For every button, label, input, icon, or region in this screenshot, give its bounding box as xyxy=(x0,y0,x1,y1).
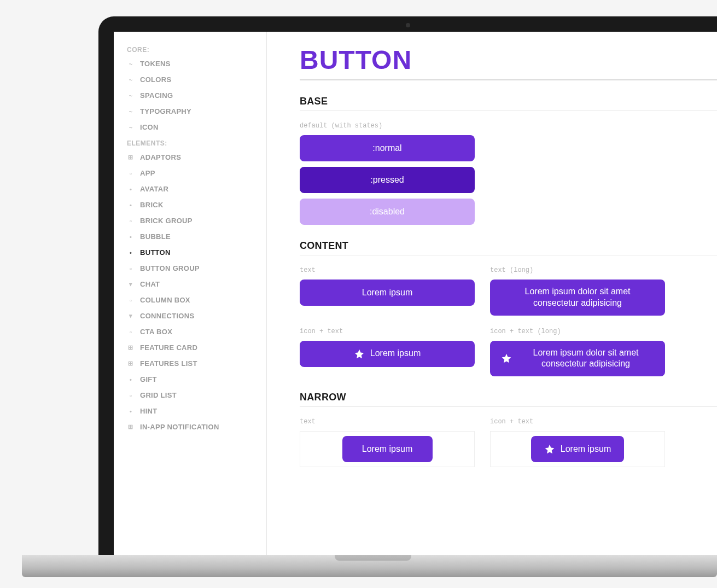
button-text-long[interactable]: Lorem ipsum dolor sit amet consectetur a… xyxy=(490,280,665,316)
dot-icon: • xyxy=(127,408,135,415)
button-narrow-text[interactable]: Lorem ipsum xyxy=(342,436,433,462)
tilde-icon: ~ xyxy=(127,92,135,99)
sidebar-item-label: COLUMN BOX xyxy=(140,296,190,304)
sidebar-item-avatar[interactable]: • AVATAR xyxy=(114,181,266,197)
button-pressed[interactable]: :pressed xyxy=(300,167,475,193)
narrow-wrapper: Lorem ipsum xyxy=(490,431,665,467)
sidebar-item-label: BUTTON GROUP xyxy=(140,264,200,272)
tilde-icon: ~ xyxy=(127,77,135,83)
tilde-icon: ~ xyxy=(127,61,135,67)
tilde-icon: ~ xyxy=(127,124,135,131)
button-label: Lorem ipsum xyxy=(362,444,412,455)
divider xyxy=(300,406,717,407)
sidebar-item-gift[interactable]: • GIFT xyxy=(114,371,266,387)
tilde-icon: ~ xyxy=(127,108,135,115)
dot-icon: • xyxy=(127,249,135,256)
button-icon-text[interactable]: Lorem ipsum xyxy=(300,341,475,367)
variant-narrow-icon-text: icon + text Lorem ipsum xyxy=(490,418,665,467)
section-title-narrow: NARROW xyxy=(300,392,717,403)
sidebar-item-label: BUBBLE xyxy=(140,232,171,241)
sidebar-item-cta-box[interactable]: ▫ CTA BOX xyxy=(114,324,266,340)
dot-icon: • xyxy=(127,376,135,383)
button-label: Lorem ipsum dolor sit amet consectetur a… xyxy=(501,286,654,309)
sidebar-item-hint[interactable]: • HINT xyxy=(114,403,266,419)
tree-icon: ⊞ xyxy=(127,423,135,430)
section-title-content: CONTENT xyxy=(300,240,717,252)
narrow-wrapper: Lorem ipsum xyxy=(300,431,475,467)
sidebar-item-button-group[interactable]: ▫ BUTTON GROUP xyxy=(114,260,266,276)
variant-label: text xyxy=(300,418,475,426)
tree-icon: ⊞ xyxy=(127,154,135,161)
variant-label: default (with states) xyxy=(300,122,475,130)
sidebar-item-label: CONNECTIONS xyxy=(140,312,194,320)
sidebar-item-label: CTA BOX xyxy=(140,328,172,336)
sidebar-item-brick-group[interactable]: ▫ BRICK GROUP xyxy=(114,213,266,229)
button-text[interactable]: Lorem ipsum xyxy=(300,280,475,306)
variant-icon-text-long: icon + text (long) Lorem ipsum dolor sit… xyxy=(490,328,665,377)
sidebar-item-app[interactable]: ▫ APP xyxy=(114,165,266,181)
sidebar-item-connections[interactable]: ▾ CONNECTIONS xyxy=(114,308,266,324)
sidebar-item-button[interactable]: • BUTTON xyxy=(114,244,266,260)
caret-down-icon: ▾ xyxy=(127,281,135,288)
variant-label: text xyxy=(300,266,475,274)
button-normal[interactable]: :normal xyxy=(300,135,475,161)
laptop-frame: CORE: ~ TOKENS ~ COLORS ~ SPACING ~ TYPO… xyxy=(98,16,717,555)
sidebar-item-grid-list[interactable]: ▫ GRID LIST xyxy=(114,387,266,403)
sidebar-item-column-box[interactable]: ▫ COLUMN BOX xyxy=(114,292,266,308)
box-icon: ▫ xyxy=(127,170,135,177)
button-label: :pressed xyxy=(370,174,404,186)
sidebar-item-brick[interactable]: • BRICK xyxy=(114,197,266,213)
sidebar-item-label: HINT xyxy=(140,407,158,415)
divider xyxy=(300,255,717,255)
divider xyxy=(300,110,717,111)
box-icon: ▫ xyxy=(127,297,135,304)
sidebar-item-features-list[interactable]: ⊞ FEATURES LIST xyxy=(114,356,266,371)
dot-icon: • xyxy=(127,186,135,193)
sidebar-item-label: APP xyxy=(140,169,155,177)
sidebar-item-typography[interactable]: ~ TYPOGRAPHY xyxy=(114,103,266,119)
dot-icon: • xyxy=(127,202,135,208)
button-label: Lorem ipsum xyxy=(561,444,611,455)
laptop-base xyxy=(22,555,717,577)
variant-label: icon + text xyxy=(300,328,475,335)
sidebar-item-chat[interactable]: ▾ CHAT xyxy=(114,276,266,292)
sidebar-item-label: BUTTON xyxy=(140,248,171,257)
sidebar-item-colors[interactable]: ~ COLORS xyxy=(114,72,266,88)
sidebar-item-label: BRICK xyxy=(140,201,164,209)
variant-label: text (long) xyxy=(490,266,665,274)
sidebar-item-icon[interactable]: ~ ICON xyxy=(114,119,266,135)
button-narrow-icon-text[interactable]: Lorem ipsum xyxy=(531,436,624,462)
box-icon: ▫ xyxy=(127,392,135,399)
button-label: :disabled xyxy=(370,206,405,218)
sidebar-item-in-app-notification[interactable]: ⊞ IN-APP NOTIFICATION xyxy=(114,419,266,435)
sidebar: CORE: ~ TOKENS ~ COLORS ~ SPACING ~ TYPO… xyxy=(114,32,267,555)
sidebar-item-label: CHAT xyxy=(140,280,160,288)
sidebar-item-label: FEATURES LIST xyxy=(140,359,197,368)
sidebar-item-adaptors[interactable]: ⊞ ADAPTORS xyxy=(114,149,266,165)
sidebar-item-label: TYPOGRAPHY xyxy=(140,107,191,115)
sidebar-item-label: ADAPTORS xyxy=(140,153,181,161)
star-icon xyxy=(354,348,365,359)
sidebar-item-tokens[interactable]: ~ TOKENS xyxy=(114,56,266,72)
variant-label: icon + text xyxy=(490,418,665,426)
sidebar-item-spacing[interactable]: ~ SPACING xyxy=(114,88,266,103)
section-title-base: BASE xyxy=(300,96,717,107)
sidebar-item-label: AVATAR xyxy=(140,185,168,193)
variant-icon-text: icon + text Lorem ipsum xyxy=(300,328,475,377)
button-icon-text-long[interactable]: Lorem ipsum dolor sit amet consectetur a… xyxy=(490,341,665,377)
button-label: Lorem ipsum dolor sit amet consectetur a… xyxy=(517,347,654,370)
sidebar-item-label: TOKENS xyxy=(140,60,171,68)
dot-icon: • xyxy=(127,234,135,240)
tree-icon: ⊞ xyxy=(127,344,135,351)
sidebar-item-label: BRICK GROUP xyxy=(140,217,193,225)
button-label: :normal xyxy=(372,143,401,154)
variant-label: icon + text (long) xyxy=(490,328,665,335)
sidebar-item-label: SPACING xyxy=(140,91,173,100)
sidebar-item-label: FEATURE CARD xyxy=(140,344,197,352)
star-icon xyxy=(501,353,512,364)
sidebar-item-label: COLORS xyxy=(140,75,171,84)
divider xyxy=(300,79,717,80)
content-row-2: icon + text Lorem ipsum icon + text (lon… xyxy=(300,328,717,377)
sidebar-item-bubble[interactable]: • BUBBLE xyxy=(114,229,266,244)
sidebar-item-feature-card[interactable]: ⊞ FEATURE CARD xyxy=(114,340,266,356)
